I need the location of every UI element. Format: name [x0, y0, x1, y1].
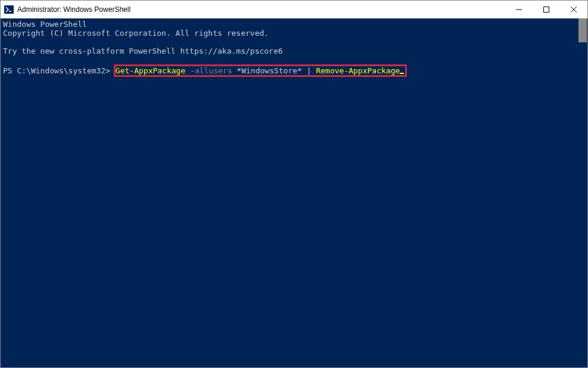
- text-cursor: [400, 73, 404, 74]
- window-controls: [505, 1, 587, 18]
- vertical-scrollbar[interactable]: [578, 18, 587, 367]
- prompt: PS C:\Windows\system32>: [3, 66, 115, 75]
- banner-line-1: Windows PowerShell: [3, 20, 87, 29]
- cmd-flag-allusers: -allusers: [185, 66, 232, 75]
- minimize-button[interactable]: [505, 1, 533, 18]
- cmd-get-appxpackage: Get-AppxPackage: [116, 66, 185, 75]
- powershell-window: Administrator: Windows PowerShell Window…: [0, 0, 588, 368]
- svg-rect-3: [544, 7, 549, 12]
- titlebar[interactable]: Administrator: Windows PowerShell: [1, 1, 587, 18]
- cmd-arg-windowsstore: *WindowsStore*: [232, 66, 302, 75]
- banner-line-2: Copyright (C) Microsoft Corporation. All…: [3, 29, 269, 38]
- window-title: Administrator: Windows PowerShell: [17, 5, 505, 14]
- cmd-remove-appxpackage: Remove-AppxPackage: [312, 66, 400, 75]
- svg-rect-0: [4, 5, 14, 14]
- scrollbar-thumb[interactable]: [578, 18, 587, 42]
- banner-line-3: Try the new cross-platform PowerShell ht…: [3, 47, 283, 55]
- powershell-icon: [4, 5, 14, 14]
- maximize-button[interactable]: [533, 1, 560, 18]
- console-area: Windows PowerShell Copyright (C) Microso…: [1, 18, 587, 367]
- cmd-pipe: |: [302, 66, 312, 75]
- close-button[interactable]: [560, 1, 587, 18]
- command-highlight: Get-AppxPackage -allusers *WindowsStore*…: [114, 64, 407, 77]
- console-output[interactable]: Windows PowerShell Copyright (C) Microso…: [1, 18, 578, 367]
